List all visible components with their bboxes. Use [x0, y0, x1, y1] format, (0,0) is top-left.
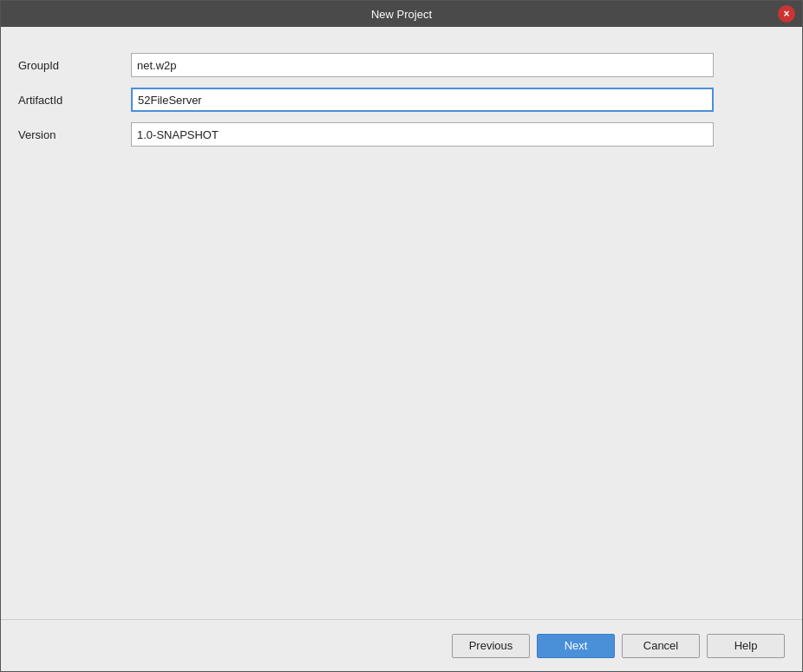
- help-button[interactable]: Help: [707, 634, 785, 658]
- group-id-label: GroupId: [18, 59, 131, 72]
- artifact-id-input[interactable]: [131, 88, 714, 112]
- version-input[interactable]: [131, 122, 714, 147]
- group-id-row: GroupId: [18, 53, 785, 77]
- cancel-button[interactable]: Cancel: [622, 634, 700, 658]
- footer: Previous Next Cancel Help: [1, 619, 802, 671]
- main-window: New Project × GroupId ArtifactId Version…: [0, 0, 803, 672]
- artifact-id-row: ArtifactId: [18, 88, 785, 112]
- title-bar: New Project ×: [1, 1, 802, 27]
- version-row: Version: [18, 122, 785, 147]
- next-button[interactable]: Next: [537, 634, 615, 658]
- close-button[interactable]: ×: [778, 5, 795, 23]
- content-area: GroupId ArtifactId Version: [1, 27, 802, 619]
- artifact-id-label: ArtifactId: [18, 94, 131, 107]
- window-title: New Project: [371, 8, 432, 21]
- version-label: Version: [18, 128, 131, 141]
- previous-button[interactable]: Previous: [452, 634, 530, 658]
- group-id-input[interactable]: [131, 53, 714, 77]
